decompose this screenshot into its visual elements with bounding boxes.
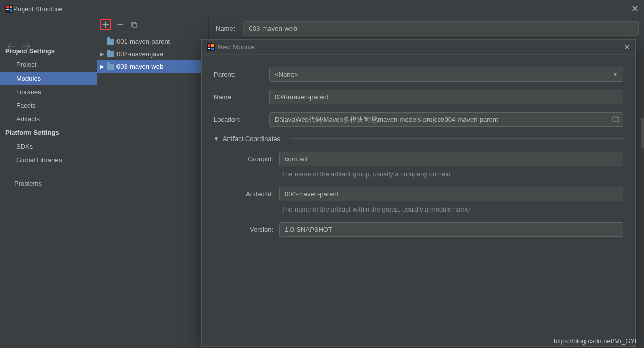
add-module-button[interactable]	[100, 19, 111, 30]
dialog-close-button[interactable]: ✕	[624, 42, 630, 52]
svg-rect-8	[208, 44, 210, 47]
detail-name-input[interactable]	[243, 21, 639, 36]
window-titlebar: Project Structure ✕	[0, 0, 644, 17]
location-label: Location:	[214, 116, 269, 123]
sidebar-section-platform-settings: Platform Settings	[0, 126, 97, 140]
intellij-icon	[207, 43, 215, 51]
window-title: Project Structure	[13, 5, 62, 13]
sidebar-item-modules[interactable]: Modules	[0, 72, 97, 85]
remove-module-button[interactable]	[114, 19, 126, 30]
groupid-hint: The name of the artifact group, usually …	[281, 170, 623, 178]
tree-item-003[interactable]: ▶ 003-maven-web	[97, 60, 208, 73]
sidebar-item-libraries[interactable]: Libraries	[0, 85, 97, 99]
svg-rect-3	[10, 6, 12, 8]
svg-rect-9	[208, 48, 210, 49]
location-input[interactable]	[270, 113, 609, 126]
svg-rect-6	[133, 23, 137, 27]
dialog-titlebar: New Module ✕	[202, 40, 635, 55]
window-close-button[interactable]: ✕	[631, 3, 639, 14]
groupid-label: GroupId:	[214, 155, 279, 163]
folder-icon	[107, 51, 114, 57]
copy-module-button[interactable]	[129, 19, 140, 30]
sidebar-item-project[interactable]: Project	[0, 58, 97, 72]
name-input[interactable]	[269, 90, 623, 104]
sidebar-item-facets[interactable]: Facets	[0, 99, 97, 112]
version-label: Version:	[214, 226, 279, 233]
svg-rect-10	[211, 44, 214, 47]
tree-item-002[interactable]: ▶ 002-maven-java	[97, 48, 208, 60]
watermark-text: https://blog.csdn.net/Mr_GYF	[554, 337, 639, 345]
expand-icon[interactable]: ▶	[100, 64, 105, 69]
triangle-down-icon: ▼	[214, 136, 219, 142]
tree-item-label: 002-maven-java	[116, 50, 163, 58]
module-tree-panel: 001-maven-parent ▶ 002-maven-java ▶ 003-…	[97, 17, 209, 348]
browse-folder-icon[interactable]	[609, 116, 623, 123]
parent-select-value: <None>	[275, 71, 298, 78]
nav-back-button[interactable]	[7, 43, 15, 51]
artifactid-input[interactable]	[279, 187, 623, 201]
vertical-scrollbar[interactable]	[641, 17, 644, 348]
tree-item-label: 003-maven-web	[116, 63, 163, 71]
sidebar: Project Settings Project Modules Librari…	[0, 17, 97, 348]
svg-rect-1	[6, 6, 9, 8]
new-module-dialog: New Module ✕ Parent: <None> ▼ Name: Loca…	[201, 39, 636, 347]
version-input[interactable]	[279, 222, 623, 237]
parent-select[interactable]: <None> ▼	[269, 67, 623, 82]
sidebar-item-sdks[interactable]: SDKs	[0, 140, 97, 153]
groupid-input[interactable]	[279, 152, 623, 166]
svg-rect-2	[6, 9, 9, 10]
parent-label: Parent:	[214, 71, 269, 78]
folder-icon	[107, 39, 114, 45]
artifactid-label: ArtifactId:	[214, 190, 279, 198]
dialog-title: New Module	[218, 43, 254, 51]
intellij-icon	[5, 5, 13, 13]
artifact-coordinates-toggle[interactable]: ▼ Artifact Coordinates	[214, 135, 623, 143]
sidebar-item-artifacts[interactable]: Artifacts	[0, 112, 97, 126]
svg-rect-4	[10, 9, 12, 12]
name-label: Name:	[214, 93, 269, 101]
sidebar-item-problems[interactable]: Problems	[0, 177, 97, 190]
tree-item-001[interactable]: 001-maven-parent	[97, 35, 208, 48]
artifactid-hint: The name of the artifact within the grou…	[281, 205, 623, 213]
sidebar-item-global-libraries[interactable]: Global Libraries	[0, 153, 97, 167]
svg-rect-11	[211, 48, 214, 50]
folder-icon	[107, 64, 114, 70]
chevron-down-icon: ▼	[613, 72, 618, 77]
detail-name-label: Name:	[216, 25, 235, 32]
tree-item-label: 001-maven-parent	[116, 38, 170, 45]
expand-icon[interactable]: ▶	[100, 51, 105, 57]
nav-forward-button[interactable]	[22, 43, 30, 51]
artifact-coordinates-label: Artifact Coordinates	[223, 135, 280, 143]
